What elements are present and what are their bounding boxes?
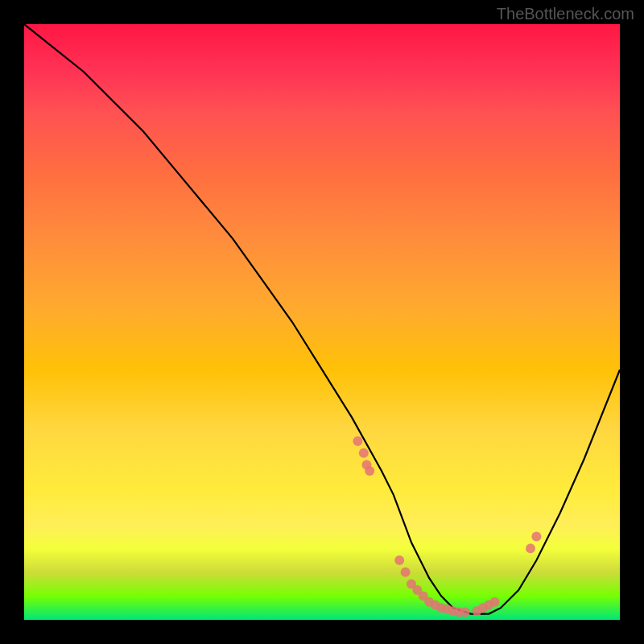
data-marker [531, 531, 541, 541]
watermark-text: TheBottleneck.com [497, 5, 634, 23]
bottleneck-curve [24, 24, 620, 614]
data-marker [365, 466, 374, 476]
chart-svg [24, 24, 620, 620]
data-marker [394, 555, 404, 565]
marker-group [353, 436, 541, 617]
data-marker [401, 568, 411, 577]
data-marker [526, 543, 535, 553]
data-marker [359, 448, 369, 458]
data-marker [490, 597, 500, 607]
data-marker [460, 607, 470, 617]
plot-area [24, 24, 620, 620]
data-marker [353, 436, 362, 446]
